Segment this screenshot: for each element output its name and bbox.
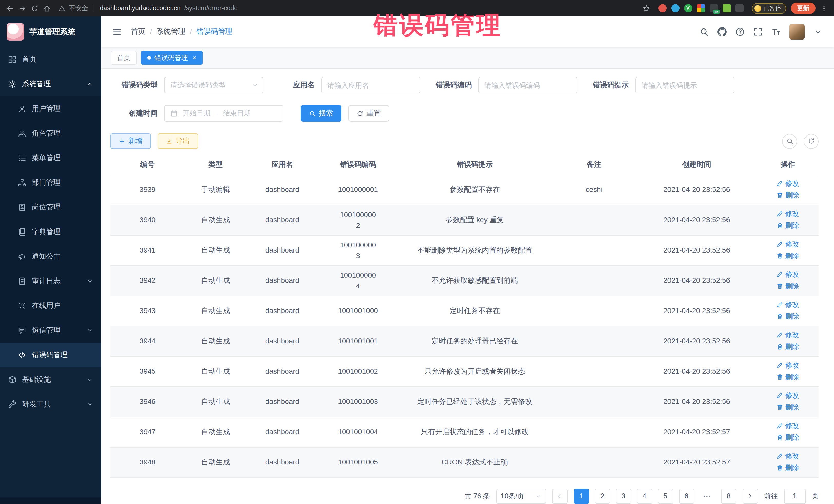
browser-home-icon[interactable]: [43, 4, 51, 12]
cell-created-at: 2021-04-20 23:52:56: [636, 326, 757, 356]
sidebar-item-sms[interactable]: 短信管理: [0, 318, 101, 343]
avatar-dropdown-icon[interactable]: [813, 27, 823, 37]
page-button-5[interactable]: 5: [658, 488, 673, 504]
edit-link[interactable]: 修改: [776, 329, 799, 340]
delete-link[interactable]: 删除: [776, 250, 799, 261]
font-size-icon[interactable]: [771, 27, 781, 37]
extension-icon-5[interactable]: on: [709, 4, 718, 12]
help-icon[interactable]: [736, 27, 745, 37]
add-button[interactable]: 新增: [110, 133, 151, 149]
sidebar-item-book[interactable]: 字典管理: [0, 220, 101, 244]
edit-link[interactable]: 修改: [776, 269, 799, 280]
cell-type: 自动生成: [185, 265, 246, 295]
address-bar[interactable]: 不安全 | dashboard.yudao.iocoder.cn/system/…: [59, 4, 638, 13]
edit-link[interactable]: 修改: [776, 420, 799, 431]
sidebar-item-infra[interactable]: 基础设施: [0, 368, 101, 392]
browser-forward-icon[interactable]: [19, 4, 26, 12]
fullscreen-icon[interactable]: [753, 27, 763, 37]
delete-link[interactable]: 删除: [776, 432, 799, 443]
browser-menu-icon[interactable]: [820, 4, 828, 12]
edit-link[interactable]: 修改: [776, 299, 799, 310]
extension-icon-4[interactable]: [697, 4, 705, 12]
app-name-input[interactable]: [321, 77, 420, 93]
table-search-button[interactable]: [782, 134, 797, 149]
sidebar-item-online-user[interactable]: 在线用户: [0, 293, 101, 318]
delete-link[interactable]: 删除: [776, 220, 799, 231]
sidebar-item-gear[interactable]: 系统管理: [0, 72, 101, 96]
error-type-select[interactable]: 请选择错误码类型: [164, 77, 263, 93]
delete-link[interactable]: 删除: [776, 401, 799, 412]
page-button-8[interactable]: 8: [721, 488, 736, 504]
cell-message: 定时任务不存在: [398, 295, 552, 326]
error-hint-input[interactable]: [635, 77, 734, 93]
browser-update-button[interactable]: 更新: [791, 3, 815, 14]
sidebar-item-audit[interactable]: 审计日志: [0, 269, 101, 293]
sidebar-item-code[interactable]: 错误码管理: [0, 343, 101, 368]
sidebar-item-menu-list[interactable]: 菜单管理: [0, 146, 101, 170]
breadcrumb-item-system[interactable]: 系统管理: [156, 27, 185, 37]
dashboard-icon: [8, 56, 17, 64]
chevron-down-icon: [87, 377, 93, 383]
goto-suffix: 页: [812, 491, 819, 501]
delete-link[interactable]: 删除: [776, 341, 799, 352]
page-button-3[interactable]: 3: [616, 488, 631, 504]
tab-home[interactable]: 首页: [111, 51, 136, 65]
search-icon[interactable]: [700, 27, 709, 37]
goto-page-input[interactable]: [784, 488, 806, 504]
edit-link[interactable]: 修改: [776, 390, 799, 400]
edit-link[interactable]: 修改: [776, 238, 799, 249]
extension-icon-3[interactable]: V: [684, 4, 692, 12]
edit-link[interactable]: 修改: [776, 208, 799, 219]
sidebar-item-user[interactable]: 用户管理: [0, 96, 101, 121]
github-icon[interactable]: [718, 27, 727, 37]
page-button-2[interactable]: 2: [595, 488, 610, 504]
table-refresh-button[interactable]: [804, 134, 819, 149]
edit-link[interactable]: 修改: [776, 451, 799, 461]
page-ellipsis[interactable]: •••: [700, 488, 715, 504]
edit-link[interactable]: 修改: [776, 178, 799, 189]
sidebar: 芋道管理系统 首页系统管理用户管理角色管理菜单管理部门管理岗位管理字典管理通知公…: [0, 17, 101, 504]
page-size-select[interactable]: 10条/页: [496, 488, 546, 504]
browser-refresh-icon[interactable]: [31, 4, 39, 12]
page-button-1[interactable]: 1: [573, 488, 589, 504]
breadcrumb-item-home[interactable]: 首页: [131, 27, 145, 37]
delete-link[interactable]: 删除: [776, 311, 799, 322]
prev-page-button[interactable]: [552, 488, 567, 504]
error-hint-label: 错误码提示: [581, 81, 629, 90]
export-button[interactable]: 导出: [158, 133, 198, 149]
sidebar-item-org[interactable]: 部门管理: [0, 170, 101, 195]
search-button[interactable]: 搜索: [301, 105, 341, 122]
edit-link[interactable]: 修改: [776, 359, 799, 370]
extension-icon-6[interactable]: [722, 4, 730, 12]
extension-icon-1[interactable]: [658, 4, 666, 12]
delete-link[interactable]: 删除: [776, 462, 799, 473]
user-avatar[interactable]: [789, 24, 805, 40]
close-icon[interactable]: ×: [193, 54, 196, 61]
cell-id: 3948: [110, 447, 185, 477]
sidebar-item-users[interactable]: 角色管理: [0, 121, 101, 146]
delete-link[interactable]: 删除: [776, 371, 799, 382]
page-button-4[interactable]: 4: [637, 488, 652, 504]
sidebar-item-announcement[interactable]: 通知公告: [0, 244, 101, 269]
bookmark-star-icon[interactable]: [642, 4, 650, 12]
filter-form: 错误码类型 请选择错误码类型 应用名 错误码编码: [110, 77, 819, 122]
create-time-range-picker[interactable]: 开始日期 - 结束日期: [164, 105, 283, 122]
cell-app: dashboard: [246, 447, 318, 477]
extension-icon-2[interactable]: [671, 4, 679, 12]
sidebar-item-tools[interactable]: 研发工具: [0, 392, 101, 417]
app-logo[interactable]: 芋道管理系统: [0, 17, 101, 47]
sidebar-item-dashboard[interactable]: 首页: [0, 47, 101, 72]
sidebar-item-badge[interactable]: 岗位管理: [0, 195, 101, 220]
next-page-button[interactable]: [742, 488, 758, 504]
paused-extension-chip[interactable]: 已暂停: [752, 3, 786, 14]
tab-error-code[interactable]: 错误码管理 ×: [141, 51, 202, 65]
extension-icon-7[interactable]: [735, 4, 743, 12]
delete-link[interactable]: 删除: [776, 190, 799, 200]
browser-back-icon[interactable]: [6, 4, 14, 12]
reset-button[interactable]: 重置: [349, 105, 389, 122]
collapse-menu-icon[interactable]: [112, 27, 122, 37]
delete-link[interactable]: 删除: [776, 281, 799, 291]
trash-icon: [776, 373, 783, 380]
page-button-6[interactable]: 6: [679, 488, 694, 504]
error-code-input[interactable]: [478, 77, 577, 93]
